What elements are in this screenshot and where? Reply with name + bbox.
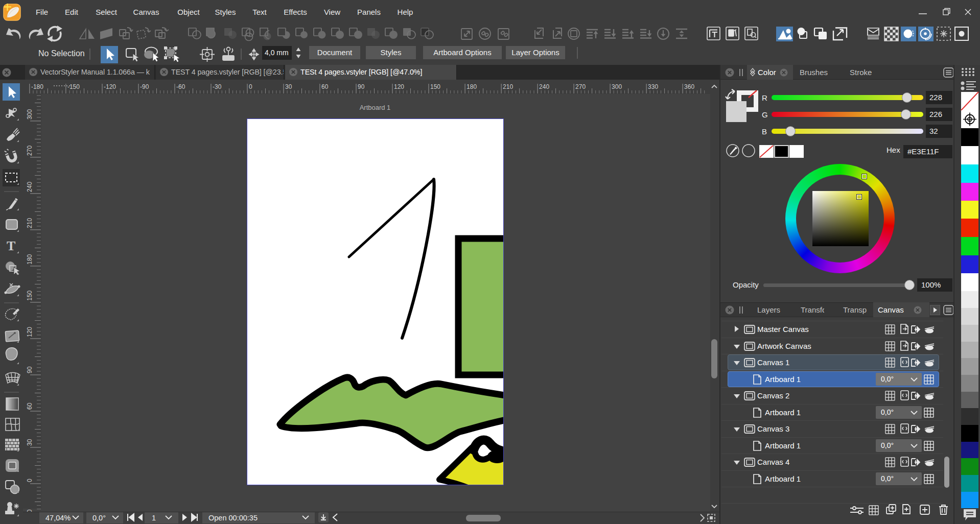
svg-text:30: 30 [26,439,33,446]
svg-text:30: 30 [285,83,292,90]
svg-text:-90: -90 [140,83,149,90]
svg-text:0: 0 [249,83,252,90]
svg-text:300: 300 [612,83,622,90]
svg-text:360: 360 [684,83,694,90]
svg-text:T: T [7,239,15,253]
svg-text:150: 150 [430,83,440,90]
svg-text:240: 240 [26,182,33,192]
svg-text:-30: -30 [213,83,222,90]
svg-text:-150: -150 [67,83,80,90]
svg-text:180: 180 [466,83,477,90]
svg-text:60: 60 [321,83,329,90]
svg-text:330: 330 [648,83,658,90]
svg-text:210: 210 [26,218,33,228]
svg-text:120: 120 [394,83,404,90]
svg-text:120: 120 [26,327,33,337]
svg-text:210: 210 [503,83,513,90]
svg-text:300: 300 [26,109,33,120]
svg-text:90: 90 [26,366,33,373]
svg-text:180: 180 [26,254,33,265]
svg-text:-120: -120 [104,83,116,90]
svg-text:150: 150 [26,291,33,301]
svg-text:270: 270 [26,146,33,156]
svg-text:60: 60 [26,402,33,410]
svg-text:270: 270 [575,83,586,90]
svg-text:-60: -60 [176,83,185,90]
svg-text:-180: -180 [31,83,43,90]
svg-text:240: 240 [539,83,549,90]
svg-text:0: 0 [26,479,33,482]
svg-text:90: 90 [358,83,365,90]
